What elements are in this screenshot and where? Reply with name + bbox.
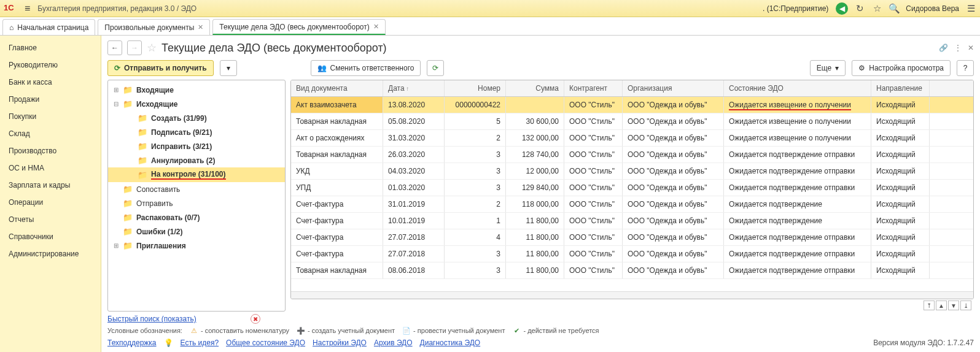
tree-item-7[interactable]: 📁Сопоставить bbox=[108, 182, 285, 196]
close-tab-icon[interactable]: ✕ bbox=[198, 23, 203, 31]
col-5[interactable]: Организация bbox=[623, 80, 724, 96]
unknown-action-button[interactable]: ▾ bbox=[220, 60, 237, 76]
sidebar-item-3[interactable]: Продажи bbox=[0, 91, 101, 108]
cell-num: 3 bbox=[445, 180, 506, 196]
cell-ctr: ООО "Стиль" bbox=[564, 229, 623, 245]
hamburger-icon[interactable]: ≡ bbox=[25, 3, 30, 14]
table-row[interactable]: Акт о расхождениях31.03.20202132 000,00О… bbox=[291, 130, 973, 147]
col-4[interactable]: Контрагент bbox=[564, 80, 623, 96]
favorite-star-icon[interactable]: ☆ bbox=[147, 41, 157, 55]
notifications-badge[interactable]: ◀ bbox=[836, 2, 848, 15]
search-icon[interactable]: 🔍 bbox=[889, 3, 900, 14]
edo-settings-link[interactable]: Настройки ЭДО bbox=[313, 339, 367, 347]
tree-item-5[interactable]: 📁Аннулировать (2) bbox=[108, 153, 285, 167]
refresh-button[interactable]: ⟳ bbox=[427, 60, 444, 76]
col-0[interactable]: Вид документа bbox=[291, 80, 383, 96]
toggle-icon[interactable]: ⊞ bbox=[113, 242, 119, 249]
edo-archive-link[interactable]: Архив ЭДО bbox=[374, 339, 413, 347]
tree-item-9[interactable]: 📁Распаковать (0/7) bbox=[108, 210, 285, 224]
scrollbar-horizontal[interactable] bbox=[291, 291, 973, 299]
cell-dir: Исходящий bbox=[871, 196, 930, 212]
tab-1[interactable]: Произвольные документы✕ bbox=[98, 19, 210, 35]
nav-forward-button[interactable]: → bbox=[127, 40, 142, 55]
sidebar-item-9[interactable]: Операции bbox=[0, 194, 101, 211]
cell-doc: Счет-фактура bbox=[291, 229, 383, 245]
table-row[interactable]: Счет-фактура10.01.2019111 800,00ООО "Сти… bbox=[291, 213, 973, 229]
tree-label: Ошибки (1/2) bbox=[136, 228, 183, 236]
support-link[interactable]: Техподдержка bbox=[107, 339, 157, 347]
sidebar-item-8[interactable]: Зарплата и кадры bbox=[0, 177, 101, 194]
nav-last-icon[interactable]: ⤓ bbox=[960, 300, 971, 310]
toggle-icon[interactable]: ⊞ bbox=[113, 86, 119, 93]
nav-first-icon[interactable]: ⤒ bbox=[924, 300, 935, 310]
tree-item-3[interactable]: 📁Подписать (9/21) bbox=[108, 125, 285, 139]
cell-ctr: ООО "Стиль" bbox=[564, 147, 623, 163]
close-page-icon[interactable]: ✕ bbox=[968, 44, 974, 52]
history-icon[interactable]: ↻ bbox=[854, 3, 865, 14]
more-button[interactable]: Еще▾ bbox=[810, 60, 846, 76]
tree-item-2[interactable]: 📁Создать (31/99) bbox=[108, 111, 285, 125]
quick-search-link[interactable]: Быстрый поиск (показать) bbox=[107, 315, 196, 323]
tree-item-11[interactable]: ⊞📁Приглашения bbox=[108, 239, 285, 253]
col-6[interactable]: Состояние ЭДО bbox=[724, 80, 871, 96]
sidebar-item-10[interactable]: Отчеты bbox=[0, 211, 101, 228]
toggle-icon[interactable]: ⊟ bbox=[113, 101, 119, 107]
tree-item-4[interactable]: 📁Исправить (3/21) bbox=[108, 139, 285, 153]
tree-item-0[interactable]: ⊞📁Входящие bbox=[108, 83, 285, 97]
table-row[interactable]: Товарная накладная05.08.2020530 600,00ОО… bbox=[291, 113, 973, 130]
table-row[interactable]: Товарная накладная26.03.20203128 740,00О… bbox=[291, 147, 973, 163]
sidebar-item-6[interactable]: Производство bbox=[0, 142, 101, 159]
tree-item-6[interactable]: 📁На контроле (31/100) bbox=[108, 167, 285, 182]
col-3[interactable]: Сумма bbox=[506, 80, 564, 96]
tab-2[interactable]: Текущие дела ЭДО (весь документооборот)✕ bbox=[212, 19, 385, 35]
tree-item-1[interactable]: ⊟📁Исходящие bbox=[108, 97, 285, 111]
star-icon[interactable]: ☆ bbox=[871, 3, 882, 14]
tab-0[interactable]: ⌂Начальная страница bbox=[2, 19, 95, 35]
tree-label: На контроле (31/100) bbox=[151, 170, 226, 180]
idea-link[interactable]: Есть идея? bbox=[181, 339, 219, 347]
nav-back-button[interactable]: ← bbox=[107, 40, 122, 55]
sidebar-item-4[interactable]: Покупки bbox=[0, 108, 101, 125]
col-1[interactable]: Дата bbox=[383, 80, 445, 96]
table-row[interactable]: УКД04.03.2020312 000,00ООО "Стиль"ООО "О… bbox=[291, 163, 973, 180]
cell-org: ООО "Одежда и обувь" bbox=[623, 180, 724, 196]
user-name[interactable]: Сидорова Вера bbox=[906, 4, 959, 13]
sidebar-item-5[interactable]: Склад bbox=[0, 125, 101, 142]
sidebar-item-12[interactable]: Администрирование bbox=[0, 245, 101, 262]
table-row[interactable]: Счет-фактура27.07.2018411 800,00ООО "Сти… bbox=[291, 229, 973, 246]
cell-sum: 129 840,00 bbox=[506, 180, 564, 196]
cell-sum: 30 600,00 bbox=[506, 113, 564, 129]
close-tab-icon[interactable]: ✕ bbox=[373, 23, 379, 31]
sidebar-item-2[interactable]: Банк и касса bbox=[0, 74, 101, 91]
table-row[interactable]: Счет-фактура31.01.20192118 000,00ООО "Ст… bbox=[291, 196, 973, 213]
cell-dir: Исходящий bbox=[871, 262, 930, 278]
tree-label: Отправить bbox=[136, 199, 173, 208]
tree-item-10[interactable]: 📁Ошибки (1/2) bbox=[108, 224, 285, 239]
help-button[interactable]: ? bbox=[957, 60, 974, 76]
nav-down-icon[interactable]: ▼ bbox=[948, 300, 959, 310]
change-responsible-button[interactable]: 👥Сменить ответственного bbox=[311, 60, 421, 76]
col-2[interactable]: Номер bbox=[445, 80, 506, 96]
more-icon[interactable]: ⋮ bbox=[954, 44, 962, 52]
view-settings-button[interactable]: ⚙Настройка просмотра bbox=[852, 60, 951, 76]
table-row[interactable]: УПД01.03.20203129 840,00ООО "Стиль"ООО "… bbox=[291, 180, 973, 196]
sidebar-item-0[interactable]: Главное bbox=[0, 39, 101, 56]
send-receive-button[interactable]: ⟳Отправить и получить bbox=[107, 60, 214, 76]
cell-ctr: ООО "Стиль" bbox=[564, 213, 623, 229]
col-7[interactable]: Направление bbox=[871, 80, 930, 96]
link-icon[interactable]: 🔗 bbox=[939, 44, 948, 52]
cell-state: Ожидается подтверждение отправки bbox=[724, 163, 871, 179]
tree-item-8[interactable]: 📁Отправить bbox=[108, 196, 285, 210]
table-row[interactable]: Счет-фактура27.07.2018311 800,00ООО "Сти… bbox=[291, 246, 973, 262]
table-row[interactable]: Акт взаимозачета13.08.202000000000422ООО… bbox=[291, 97, 973, 113]
edo-diag-link[interactable]: Диагностика ЭДО bbox=[420, 339, 481, 347]
table-row[interactable]: Товарная накладная08.06.2018311 800,00ОО… bbox=[291, 262, 973, 279]
sidebar-item-7[interactable]: ОС и НМА bbox=[0, 159, 101, 177]
sidebar-item-1[interactable]: Руководителю bbox=[0, 56, 101, 74]
folder-icon: 📁 bbox=[138, 142, 147, 151]
nav-up-icon[interactable]: ▲ bbox=[936, 300, 947, 310]
settings-icon[interactable]: ☰ bbox=[965, 3, 976, 14]
clear-icon[interactable]: ✖ bbox=[251, 314, 260, 324]
sidebar-item-11[interactable]: Справочники bbox=[0, 228, 101, 245]
edo-state-link[interactable]: Общее состояние ЭДО bbox=[226, 339, 305, 347]
